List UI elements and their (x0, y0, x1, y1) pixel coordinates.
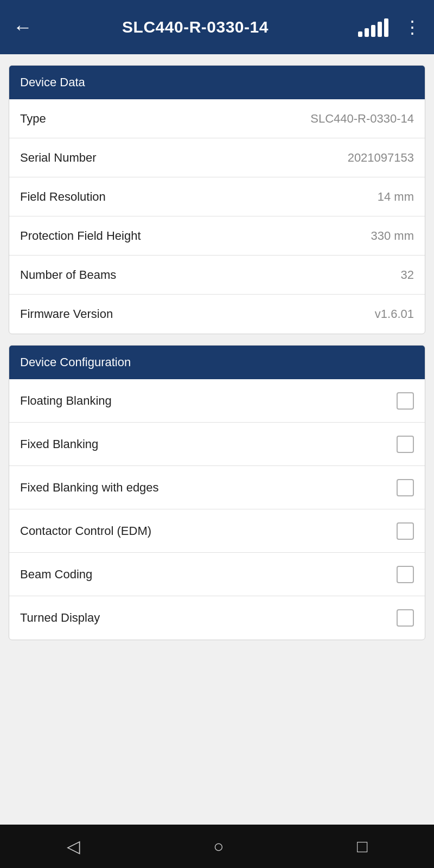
row-label: Serial Number (20, 151, 97, 165)
signal-strength-icon (358, 17, 388, 37)
checkbox-label: Contactor Control (EDM) (20, 524, 151, 538)
row-value: 330 mm (371, 229, 414, 243)
device-data-header: Device Data (9, 66, 425, 99)
list-item[interactable]: Turned Display (9, 596, 425, 640)
device-config-header: Device Configuration (9, 346, 425, 379)
row-label: Field Resolution (20, 190, 106, 204)
signal-bar-2 (365, 28, 369, 37)
signal-bar-4 (378, 22, 382, 37)
data-row: Field Resolution14 mm (9, 177, 425, 216)
checkbox-label: Floating Blanking (20, 394, 112, 408)
list-item[interactable]: Beam Coding (9, 553, 425, 596)
back-button[interactable]: ← (13, 17, 33, 37)
data-row: Number of Beams32 (9, 256, 425, 295)
checkbox[interactable] (397, 522, 414, 540)
row-value: 32 (401, 268, 414, 282)
device-data-card: Device Data TypeSLC440-R-0330-14Serial N… (9, 65, 425, 334)
checkbox[interactable] (397, 479, 414, 496)
signal-bar-1 (358, 31, 362, 37)
row-label: Protection Field Height (20, 229, 141, 243)
data-row: TypeSLC440-R-0330-14 (9, 99, 425, 138)
data-row: Firmware Versionv1.6.01 (9, 295, 425, 334)
nav-back-icon[interactable]: ◁ (67, 836, 80, 857)
list-item[interactable]: Fixed Blanking (9, 423, 425, 466)
signal-bar-3 (371, 25, 375, 37)
row-value: 2021097153 (348, 151, 414, 165)
device-config-items: Floating BlankingFixed BlankingFixed Bla… (9, 379, 425, 640)
device-config-title: Device Configuration (20, 355, 131, 369)
row-value: SLC440-R-0330-14 (310, 112, 414, 126)
list-item[interactable]: Floating Blanking (9, 379, 425, 423)
nav-recent-icon[interactable]: □ (357, 837, 367, 857)
checkbox-label: Beam Coding (20, 567, 92, 582)
row-label: Firmware Version (20, 307, 113, 321)
signal-bar-5 (384, 18, 388, 37)
bottom-nav: ◁ ○ □ (0, 825, 434, 868)
page-title: SLC440-R-0330-14 (41, 18, 349, 36)
nav-home-icon[interactable]: ○ (213, 837, 224, 857)
checkbox-label: Turned Display (20, 611, 100, 625)
checkbox[interactable] (397, 436, 414, 453)
row-value: 14 mm (378, 190, 414, 204)
data-row: Serial Number2021097153 (9, 138, 425, 177)
device-data-title: Device Data (20, 75, 85, 89)
row-label: Type (20, 112, 46, 126)
list-item[interactable]: Fixed Blanking with edges (9, 466, 425, 509)
checkbox[interactable] (397, 392, 414, 410)
more-options-icon[interactable]: ⋮ (404, 18, 421, 36)
row-value: v1.6.01 (375, 307, 414, 321)
main-content: Device Data TypeSLC440-R-0330-14Serial N… (0, 54, 434, 825)
row-label: Number of Beams (20, 268, 116, 282)
checkbox-label: Fixed Blanking (20, 437, 98, 451)
data-row: Protection Field Height330 mm (9, 216, 425, 256)
checkbox-label: Fixed Blanking with edges (20, 481, 159, 495)
device-config-card: Device Configuration Floating BlankingFi… (9, 345, 425, 640)
checkbox[interactable] (397, 609, 414, 627)
top-bar: ← SLC440-R-0330-14 ⋮ (0, 0, 434, 54)
device-data-rows: TypeSLC440-R-0330-14Serial Number2021097… (9, 99, 425, 334)
checkbox[interactable] (397, 566, 414, 583)
list-item[interactable]: Contactor Control (EDM) (9, 509, 425, 553)
